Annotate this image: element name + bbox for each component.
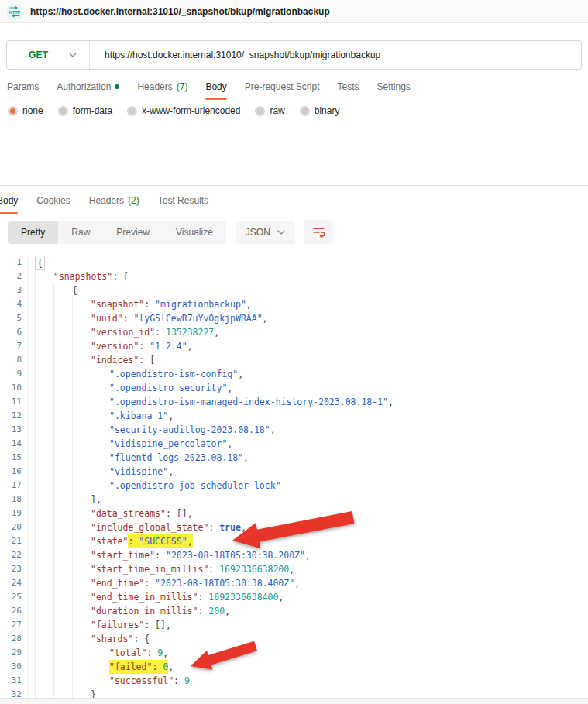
code-content: "uuid": "lyG5lCewR7uYvOgkjpWRAA",: [28, 311, 268, 325]
line-number: 11: [5, 395, 28, 409]
view-mode-visualize[interactable]: Visualize: [163, 221, 226, 244]
code-content: "version_id": 135238227,: [28, 325, 219, 339]
indent-guide: [53, 409, 72, 423]
indent-guide: [35, 507, 53, 520]
line-number: 21: [5, 534, 28, 548]
indent-guide: [53, 395, 72, 409]
response-tab-cookies[interactable]: Cookies: [36, 192, 70, 214]
body-mode-form-data[interactable]: form-data: [58, 105, 112, 116]
code-line: 9".opendistro-ism-config",: [5, 367, 588, 381]
body-mode-x-www-form-urlencoded[interactable]: x-www-form-urlencoded: [127, 105, 240, 116]
tab-count-badge: (7): [177, 81, 188, 92]
indent-guide: [72, 534, 91, 548]
indent-guide: [53, 367, 72, 381]
method-select[interactable]: GET: [7, 41, 90, 69]
response-tab-body[interactable]: Body: [0, 192, 18, 214]
indent-guide: [53, 604, 72, 618]
request-tab-body[interactable]: Body: [205, 78, 226, 100]
line-number: 6: [5, 325, 28, 339]
request-tab-settings[interactable]: Settings: [377, 78, 411, 100]
indent-guide: [72, 548, 91, 562]
request-url-bar: GET: [6, 40, 582, 70]
line-number: 24: [5, 576, 28, 590]
line-number: 1: [5, 256, 28, 270]
tab-label: Body: [0, 195, 18, 206]
indent-guide: [53, 562, 72, 576]
indent-guide: [35, 479, 53, 493]
line-number: 31: [5, 674, 28, 688]
line-number: 9: [5, 367, 28, 381]
code-line: 3{: [5, 283, 588, 297]
indent-guide: [91, 437, 109, 451]
indent-guide: [72, 604, 91, 618]
indent-guide: [53, 297, 72, 311]
indent-guide: [72, 367, 91, 381]
indent-guide: [72, 353, 91, 367]
app-tab-bar: HTTP https://host.docker.internal:31010/…: [0, 0, 588, 23]
tab-label: Headers: [89, 195, 124, 206]
code-line: 7"version": "1.2.4",: [5, 339, 588, 353]
indent-guide: [72, 339, 91, 353]
url-input[interactable]: [90, 41, 581, 69]
view-mode-pretty[interactable]: Pretty: [8, 221, 58, 244]
tab-label: Headers: [137, 81, 172, 92]
line-number: 15: [5, 451, 28, 465]
view-mode-preview[interactable]: Preview: [103, 221, 163, 244]
code-content: "shards": {: [28, 632, 150, 646]
request-tabs: ParamsAuthorizationHeaders(7)BodyPre-req…: [0, 78, 588, 100]
language-select[interactable]: JSON: [236, 221, 295, 244]
request-tab-authorization[interactable]: Authorization: [57, 78, 119, 100]
indent-guide: [53, 534, 72, 548]
indent-guide: [35, 632, 53, 646]
response-body-code[interactable]: 1{2"snapshots": [3{4"snapshot": "migrati…: [0, 256, 588, 702]
code-line: 8"indices": [: [5, 353, 588, 367]
yellow-highlight: "failed": 0: [109, 660, 168, 674]
indent-guide: [72, 423, 91, 437]
code-line: 17".opendistro-job-scheduler-lock": [5, 479, 588, 493]
request-tab-headers[interactable]: Headers(7): [137, 78, 187, 100]
indent-guide: [35, 283, 53, 297]
code-line: 15"fluentd-logs-2023.08.18",: [5, 451, 588, 465]
line-number: 16: [5, 465, 28, 479]
body-mode-raw[interactable]: raw: [255, 105, 284, 116]
body-mode-binary[interactable]: binary: [300, 105, 340, 116]
tab-label: Cookies: [36, 195, 70, 206]
indent-guide: [91, 409, 109, 423]
code-line: 14"vidispine_percolator",: [5, 437, 588, 451]
line-number: 2: [5, 270, 28, 283]
request-tab-pre-request-script[interactable]: Pre-request Script: [245, 78, 320, 100]
request-tab-params[interactable]: Params: [7, 78, 39, 100]
wrap-lines-button[interactable]: [304, 220, 333, 244]
view-mode-raw[interactable]: Raw: [58, 221, 103, 244]
body-mode-none[interactable]: none: [8, 105, 43, 116]
indent-guide: [72, 479, 91, 493]
code-line: 12".kibana_1",: [5, 409, 588, 423]
request-body-empty-area: [0, 116, 588, 185]
indent-guide: [91, 674, 109, 688]
indent-guide: [91, 660, 109, 674]
line-number: 18: [5, 493, 28, 507]
indent-guide: [53, 283, 72, 297]
indent-guide: [35, 325, 53, 339]
code-content: {: [28, 256, 45, 270]
line-number: 4: [5, 297, 28, 311]
line-number: 8: [5, 353, 28, 367]
indent-guide: [91, 423, 109, 437]
line-number: 17: [5, 479, 28, 493]
indent-guide: [35, 562, 53, 576]
bottom-scroll-track[interactable]: [0, 698, 588, 704]
code-line: 24"end_time": "2023-08-18T05:30:38.400Z"…: [5, 576, 588, 590]
indent-guide: [35, 451, 53, 465]
code-content: "security-auditlog-2023.08.18",: [28, 423, 276, 437]
indent-guide: [53, 311, 72, 325]
code-content: "data_streams": [],: [28, 507, 193, 520]
indent-guide: [53, 381, 72, 395]
chevron-down-icon: [69, 53, 77, 57]
response-tab-test-results[interactable]: Test Results: [158, 192, 208, 214]
code-line: 25"end_time_in_millis": 1692336638400,: [5, 590, 588, 604]
indent-guide: [72, 465, 91, 479]
code-content: ".opendistro_security",: [28, 381, 232, 395]
svg-text:HTTP: HTTP: [9, 9, 21, 14]
response-tab-headers[interactable]: Headers(2): [89, 192, 139, 214]
request-tab-tests[interactable]: Tests: [337, 78, 359, 100]
